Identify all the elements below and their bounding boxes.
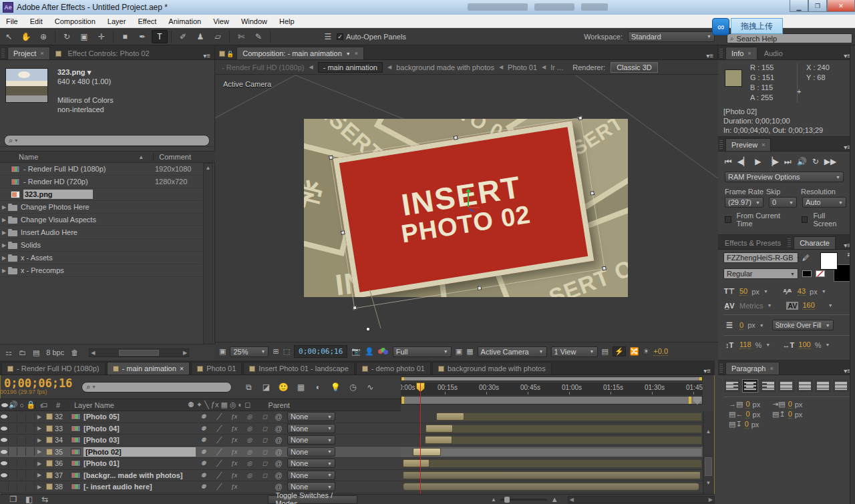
renderer-button[interactable]: Classic 3D [611, 62, 658, 73]
viewer-timecode[interactable]: 0;00;06;16 [294, 345, 347, 358]
puppet-pin-tool-icon[interactable]: ✎ [250, 30, 267, 43]
column-name[interactable]: Name [19, 153, 38, 161]
work-area-end-handle[interactable] [689, 397, 691, 404]
current-timecode[interactable]: 0;00;06;16 [4, 379, 72, 389]
parent-pickwhip-icon[interactable]: @ [273, 425, 285, 433]
menu-composition[interactable]: Composition [49, 15, 102, 27]
label-color-swatch[interactable] [46, 460, 53, 467]
tab-project[interactable]: Project× [7, 47, 50, 59]
shy-switch[interactable]: ⚉ [196, 413, 211, 420]
selection-handle[interactable] [353, 306, 357, 310]
expand-transfer-controls-icon[interactable]: ◧ [21, 495, 37, 504]
resolution-dropdown[interactable]: Full▼ [393, 346, 452, 357]
audio-column-icon[interactable]: 🔊 [9, 401, 17, 409]
exposure-value[interactable]: +0.0 [653, 347, 668, 356]
effects-switch[interactable]: ƒx [226, 449, 242, 455]
layer-row[interactable]: ▶ 33 [Photo 04] ⚉╱ƒx◎◻ @ None▼ [0, 423, 401, 435]
indent-left-value[interactable]: 0 [745, 400, 749, 409]
justify-last-left-button[interactable] [779, 380, 794, 392]
crumb-render-full-hd[interactable]: - Render Full HD (1080p) [222, 63, 305, 71]
project-search-input[interactable]: ⌕▾ [4, 135, 210, 146]
transparency-grid-icon[interactable]: ▦ [466, 347, 473, 356]
full-screen-checkbox[interactable] [802, 216, 808, 223]
layer-row[interactable]: ▶ 34 [Photo 03] ⚉╱ƒx◎◻ @ None▼ [0, 435, 401, 447]
eye-icon[interactable] [0, 471, 9, 479]
twirl-icon[interactable]: ▶ [35, 425, 44, 431]
menu-window[interactable]: Window [235, 15, 273, 27]
expand-in-out-icon[interactable]: ⇆ [37, 495, 53, 504]
menu-animation[interactable]: Animation [162, 15, 207, 27]
new-composition-icon[interactable]: ▤ [33, 348, 39, 357]
scrollbar-thumb[interactable] [705, 457, 712, 476]
panel-gripper[interactable] [719, 49, 723, 58]
close-button[interactable]: ✕ [827, 0, 855, 12]
motion-blur-switch[interactable]: ◎ [242, 449, 257, 455]
parent-pickwhip-icon[interactable]: @ [273, 436, 285, 444]
quality-switch[interactable]: ╱ [211, 437, 226, 443]
tab-render-full-hd[interactable]: - Render Full HD (1080p) [1, 362, 106, 374]
tab-main-animation[interactable]: - main animation× [107, 362, 190, 374]
project-item-selected[interactable]: 323.png [0, 188, 202, 201]
effects-switch[interactable]: ƒx [226, 472, 242, 479]
parent-dropdown[interactable]: None▼ [287, 412, 335, 421]
shy-switch[interactable]: ⚉ [196, 437, 211, 443]
twirl-icon[interactable]: ▶ [35, 449, 44, 455]
next-frame-icon[interactable]: ▕▶ [767, 157, 779, 166]
parent-pickwhip-icon[interactable]: @ [273, 413, 285, 421]
work-area-start-handle[interactable] [401, 397, 404, 404]
pen-tool-icon[interactable]: ✒ [134, 30, 150, 43]
auto-open-panels-checkbox[interactable]: ✓ [337, 33, 343, 40]
tab-effect-controls[interactable]: Effect Controls: Photo 02 [63, 47, 155, 59]
type-tool-icon[interactable]: T [152, 30, 168, 43]
always-preview-icon[interactable]: ▣ [219, 347, 226, 356]
crumb-background[interactable]: background made with photos [396, 63, 494, 71]
stroke-mode-dropdown[interactable]: Stroke Over Fill▼ [772, 320, 834, 330]
layer-bar-row[interactable] [401, 458, 703, 470]
layer-row[interactable]: ▶ 32 [Photo 05] ⚉╱ƒx◎◻ @ None▼ [0, 411, 401, 423]
eye-icon[interactable] [0, 436, 9, 445]
timeline-search-input[interactable]: ⌕▾ [81, 382, 232, 393]
close-icon[interactable]: × [40, 50, 43, 57]
project-item[interactable]: ▶ Change Visual Aspects [0, 214, 202, 226]
twirl-icon[interactable]: ▶ [0, 242, 8, 248]
crumb-main-animation[interactable]: - main animation [318, 62, 383, 73]
twirl-icon[interactable]: ▶ [0, 217, 8, 223]
parent-dropdown[interactable]: None▼ [287, 424, 335, 433]
project-horizontal-scrollbar[interactable]: ◀ ▶ [89, 348, 189, 357]
parent-dropdown[interactable]: None▼ [287, 459, 335, 468]
threed-switch[interactable]: ◻ [257, 472, 273, 479]
project-item[interactable]: - Render HD (720p) 1280x720 [0, 176, 202, 188]
crumb-photo-01[interactable]: Photo 01 [508, 63, 537, 71]
twirl-icon[interactable]: ▶ [0, 268, 8, 274]
quality-switch[interactable]: ╱ [211, 449, 226, 455]
eye-icon[interactable] [0, 413, 9, 421]
hide-shy-layers-icon[interactable]: 🙂 [275, 383, 292, 392]
eraser-tool-icon[interactable]: ▱ [210, 30, 226, 43]
show-snapshot-icon[interactable]: 👤 [365, 347, 374, 356]
threed-switch[interactable]: ◻ [257, 449, 273, 455]
layer-bar-row[interactable] [401, 423, 703, 435]
layer-row-selected[interactable]: ▶ 35 [Photo 02] ⚉╱ƒx◎◻ @ None▼ [0, 447, 401, 459]
last-frame-icon[interactable]: ⏭ [784, 157, 792, 166]
scroll-right-icon[interactable]: ▶ [709, 497, 713, 503]
motion-blur-switch[interactable]: ◎ [242, 460, 257, 467]
layer-bar-row-selected[interactable] [401, 447, 703, 459]
space-after-value[interactable]: 0 [745, 420, 749, 429]
upload-overlay[interactable]: ∞ 拖拽上传 [712, 18, 783, 34]
fill-color-swatch[interactable] [820, 252, 838, 270]
align-center-button[interactable] [743, 380, 757, 392]
parent-pickwhip-icon[interactable]: @ [273, 483, 285, 491]
threed-switch[interactable]: ◻ [257, 437, 273, 443]
parent-pickwhip-icon[interactable]: @ [273, 459, 285, 467]
label-color-swatch[interactable] [46, 472, 53, 479]
threed-switch[interactable]: ◻ [257, 413, 273, 420]
composition-mini-flowchart-icon[interactable]: ⧉ [240, 383, 257, 392]
threed-switch[interactable]: ◻ [257, 425, 273, 432]
timeline-button-icon[interactable]: ▤ [602, 347, 609, 356]
region-of-interest-icon[interactable]: ⬚ [283, 347, 290, 356]
pan-behind-tool-icon[interactable]: ✛ [94, 30, 110, 43]
vertical-scale-value[interactable]: 118 [739, 340, 751, 349]
navigator-start-handle[interactable] [401, 377, 404, 381]
brush-tool-icon[interactable]: ✐ [175, 30, 191, 43]
fast-previews-icon[interactable]: ⚡ [613, 346, 626, 356]
